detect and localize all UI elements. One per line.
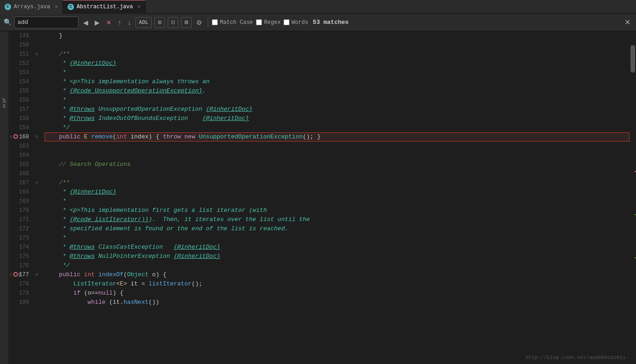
- line-170-content: * <p>This implementation first gets a li…: [45, 206, 267, 215]
- line-171-tag: {@code listIterator()}: [70, 215, 149, 224]
- settings-button[interactable]: ⚙: [194, 17, 204, 28]
- fold-149[interactable]: [34, 31, 40, 40]
- line-156: 156: [8, 96, 34, 105]
- code-line-175: * @throws NullPointerException {@inherit…: [45, 252, 630, 261]
- code-line-163: [45, 142, 630, 151]
- line-158-throws: @throws: [70, 114, 95, 123]
- fold-155: [34, 86, 40, 96]
- toggle-case-button[interactable]: ⊡: [168, 17, 178, 28]
- sidebar-u-label: ur: [2, 97, 7, 103]
- match-case-checkbox[interactable]: [212, 19, 218, 25]
- line-178-e: E: [120, 279, 124, 289]
- all-occurrences-button[interactable]: ADL: [136, 17, 152, 28]
- fold-178: [34, 279, 40, 289]
- line-177-markers: ↑ @: [9, 272, 22, 278]
- line-174-throws: @throws: [70, 243, 95, 252]
- fold-170: [34, 206, 40, 215]
- fold-157: [34, 105, 40, 114]
- tab-bar: C Arrays.java × C AbstractList.java ×: [0, 0, 636, 14]
- line-152-content: *: [45, 59, 70, 68]
- arrow-up-icon-177: ↑: [9, 272, 12, 278]
- line-160-paren: (: [113, 132, 116, 142]
- fold-167[interactable]: ▽: [34, 178, 40, 188]
- line-175-throws: @throws: [70, 252, 95, 261]
- line-174-inherit: {@inheritDoc}: [174, 243, 220, 252]
- line-164: 164: [8, 151, 34, 160]
- scrollbar-track[interactable]: [630, 31, 636, 364]
- line-167-content: /**: [45, 178, 70, 188]
- line-158-exception: IndexOutOfBoundsException: [95, 114, 202, 123]
- prev-match-button[interactable]: ◀: [81, 17, 90, 28]
- line-numbers-gutter: 149 150 151 152 153 154 155 156 157 158 …: [8, 31, 34, 364]
- close-find-button[interactable]: ✕: [623, 18, 632, 27]
- tab-arrays[interactable]: C Arrays.java ×: [0, 0, 63, 14]
- line-171: 171: [8, 215, 34, 224]
- toggle-word-button[interactable]: ⊞: [154, 17, 165, 28]
- circle-marker-177: [13, 272, 18, 277]
- search-input-box: [14, 17, 79, 28]
- code-line-150: [45, 40, 630, 50]
- line-177-indexof: indexOf: [98, 270, 124, 279]
- line-160-throw: throw: [163, 132, 184, 142]
- line-158-content: *: [45, 114, 70, 123]
- line-156-content: *: [45, 96, 66, 105]
- line-153: 153: [8, 68, 34, 77]
- words-checkbox[interactable]: [284, 19, 290, 25]
- match-case-option[interactable]: Match Case: [212, 19, 253, 26]
- toggle-regex-button[interactable]: ⊠: [181, 17, 192, 28]
- line-177-paren: (: [124, 270, 127, 279]
- nav-up-button[interactable]: ↑: [116, 17, 123, 28]
- line-167: 167: [8, 178, 34, 188]
- line-152: 152: [8, 59, 34, 68]
- search-input[interactable]: [17, 19, 59, 26]
- line-155-tag: {@code UnsupportedOperationException}: [70, 86, 203, 96]
- scrollbar-thumb[interactable]: [630, 45, 635, 73]
- tab-close-arrays[interactable]: ×: [55, 4, 58, 10]
- code-line-177: public int indexOf(Object o) {: [45, 270, 630, 279]
- fold-169: [34, 197, 40, 206]
- regex-checkbox[interactable]: [256, 19, 262, 25]
- code-line-178: ListIterator<E> it = listIterator();: [45, 279, 630, 289]
- arrow-up-icon: ↑: [9, 134, 12, 140]
- line-159-content: */: [45, 123, 70, 132]
- next-match-button[interactable]: ▶: [93, 17, 102, 28]
- tab-icon-abstractlist: C: [68, 4, 74, 10]
- line-168: 168: [8, 188, 34, 197]
- line-163: 163: [8, 142, 34, 151]
- fold-166: [34, 169, 40, 178]
- line-177: ↑ @ 177: [8, 270, 34, 279]
- line-169-content: *: [45, 197, 66, 206]
- tab-close-abstractlist[interactable]: ×: [137, 4, 141, 10]
- line-176-content: */: [45, 261, 70, 270]
- code-line-168: * {@inheritDoc}: [45, 188, 630, 197]
- words-option[interactable]: Words: [284, 19, 308, 26]
- line-152-tag: {@inheritDoc}: [70, 59, 116, 68]
- fold-159: [34, 123, 40, 132]
- fold-179: [34, 289, 40, 298]
- line-160-public: public: [45, 132, 84, 142]
- fold-163: [34, 142, 40, 151]
- close-find-button-x[interactable]: ✕: [104, 17, 114, 28]
- tab-abstractlist[interactable]: C AbstractList.java ×: [63, 0, 146, 14]
- line-160-new: new: [184, 132, 199, 142]
- tab-label-arrays: Arrays.java: [14, 4, 50, 10]
- line-149-content: }: [45, 31, 62, 40]
- fold-gutter: ▽ ▽ ▽ ▽: [34, 31, 40, 364]
- code-editor[interactable]: } /** * {@inheritDoc} * * <p>This implem…: [40, 31, 630, 364]
- line-160-index: index) {: [127, 132, 163, 142]
- fold-160[interactable]: ▽: [34, 132, 40, 142]
- code-line-167: /**: [45, 178, 630, 188]
- line-153-content: *: [45, 68, 66, 77]
- code-line-179: if (o==null) {: [45, 289, 630, 298]
- fold-151[interactable]: ▽: [34, 50, 40, 59]
- fold-168: [34, 188, 40, 197]
- line-179-null: null: [98, 289, 113, 298]
- fold-177[interactable]: ▽: [34, 270, 40, 279]
- line-168-content: *: [45, 188, 70, 197]
- fold-152: [34, 59, 40, 68]
- line-173-content: *: [45, 233, 66, 243]
- line-157-throws: @throws: [70, 105, 95, 114]
- regex-option[interactable]: Regex: [256, 19, 281, 26]
- nav-down-button[interactable]: ↓: [126, 17, 133, 28]
- at-marker-177: @: [19, 272, 22, 278]
